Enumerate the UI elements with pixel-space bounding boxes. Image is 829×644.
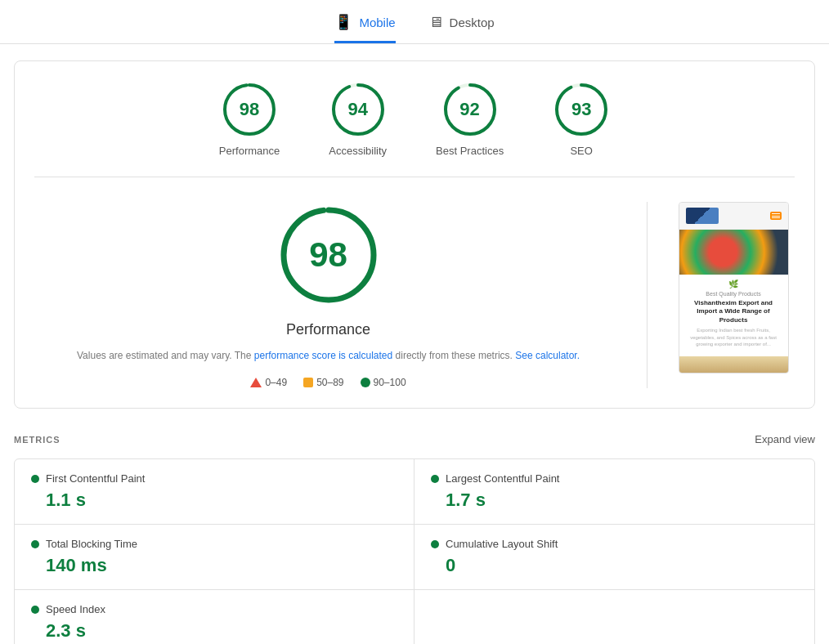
right-panel: 🌿 Best Quality Products Vishanthexim Exp… [672, 202, 795, 388]
legend-good: 90–100 [361, 377, 406, 388]
metric-lcp-name: Largest Contentful Paint [446, 472, 559, 485]
metrics-section: METRICS Expand view First Contentful Pai… [14, 433, 815, 644]
metric-fcp-name: First Contentful Paint [46, 472, 145, 485]
menu-line-3 [772, 217, 780, 218]
preview-leaf-icon: 🌿 [686, 280, 782, 288]
preview-footer [679, 356, 788, 373]
score-circle-best-practices: 92 [441, 81, 499, 138]
score-value-seo: 93 [571, 99, 591, 120]
metric-fcp-value: 1.1 s [31, 490, 397, 511]
metric-tbt: Total Blocking Time 140 ms [15, 525, 414, 590]
tab-mobile-label: Mobile [359, 16, 395, 29]
metric-lcp-value: 1.7 s [431, 490, 798, 511]
metric-si-name-row: Speed Index [31, 603, 397, 615]
perf-title: Performance [34, 321, 622, 338]
website-preview: 🌿 Best Quality Products Vishanthexim Exp… [679, 202, 789, 373]
average-icon [303, 378, 313, 387]
menu-line-1 [772, 213, 780, 214]
score-label-best-practices: Best Practices [436, 145, 504, 157]
score-label-accessibility: Accessibility [329, 145, 387, 157]
legend-average: 50–89 [303, 377, 343, 388]
score-value-performance: 98 [240, 99, 259, 120]
metric-si-name: Speed Index [46, 603, 105, 615]
preview-header [679, 203, 788, 230]
metric-cls-name: Cumulative Layout Shift [446, 538, 558, 550]
legend-average-label: 50–89 [316, 377, 343, 388]
score-accessibility: 94 Accessibility [329, 81, 387, 157]
preview-body: 🌿 Best Quality Products Vishanthexim Exp… [679, 275, 788, 356]
score-label-seo: SEO [570, 145, 592, 157]
perf-score-link[interactable]: performance score is calculated [254, 350, 392, 361]
main-card: 98 Performance 94 Accessibility [14, 60, 815, 409]
preview-logo-image [686, 208, 719, 224]
legend-row: 0–49 50–89 90–100 [34, 377, 622, 388]
metrics-header: METRICS Expand view [14, 433, 815, 445]
metrics-grid: First Contentful Paint 1.1 s Largest Con… [14, 458, 815, 644]
legend-fail-label: 0–49 [265, 377, 287, 388]
score-circle-accessibility: 94 [329, 81, 387, 138]
legend-good-label: 90–100 [374, 377, 406, 388]
metric-lcp-name-row: Largest Contentful Paint [431, 472, 798, 485]
score-circle-seo: 93 [553, 81, 610, 138]
score-value-accessibility: 94 [347, 99, 367, 120]
metric-si-value: 2.3 s [31, 620, 397, 642]
preview-title: Vishanthexim Export and Import a Wide Ra… [686, 299, 782, 324]
metric-cls-name-row: Cumulative Layout Shift [431, 538, 798, 550]
legend-fail: 0–49 [250, 377, 287, 388]
score-best-practices: 92 Best Practices [436, 81, 504, 157]
score-performance: 98 Performance [219, 81, 280, 157]
score-label-performance: Performance [219, 145, 280, 157]
calc-link[interactable]: See calculator. [515, 350, 580, 361]
left-panel: 98 Performance Values are estimated and … [34, 202, 648, 388]
metrics-label: METRICS [14, 435, 60, 445]
metric-lcp-dot [431, 475, 439, 483]
metric-tbt-name-row: Total Blocking Time [31, 538, 397, 550]
content-area: 98 Performance Values are estimated and … [34, 177, 795, 388]
metric-cls: Cumulative Layout Shift 0 [414, 525, 814, 590]
score-row: 98 Performance 94 Accessibility [34, 81, 795, 177]
big-score-circle: 98 [276, 202, 382, 308]
tab-mobile[interactable]: 📱 Mobile [334, 13, 395, 43]
metric-si: Speed Index 2.3 s [15, 590, 414, 644]
score-value-best-practices: 92 [459, 99, 479, 120]
score-circle-performance: 98 [221, 81, 278, 138]
metric-cls-value: 0 [431, 555, 798, 576]
desktop-icon: 🖥 [428, 14, 443, 31]
fail-icon [250, 378, 262, 387]
preview-logo [686, 208, 719, 224]
metric-tbt-dot [31, 540, 39, 548]
mobile-icon: 📱 [334, 13, 352, 31]
score-seo: 93 SEO [553, 81, 610, 157]
metric-fcp-dot [31, 475, 39, 483]
metric-tbt-value: 140 ms [31, 555, 397, 576]
preview-subtitle: Best Quality Products [686, 291, 782, 297]
metric-cls-dot [431, 540, 439, 548]
tab-desktop[interactable]: 🖥 Desktop [428, 14, 495, 43]
menu-line-2 [772, 216, 780, 217]
big-score-value: 98 [309, 235, 347, 275]
expand-view-button[interactable]: Expand view [755, 433, 815, 445]
preview-menu-btn [770, 212, 782, 220]
tab-bar: 📱 Mobile 🖥 Desktop [0, 0, 829, 44]
metric-empty [414, 590, 814, 644]
preview-text: Exporting Indian best fresh Fruits, vege… [686, 327, 782, 347]
perf-description: Values are estimated and may vary. The p… [34, 348, 622, 364]
metric-fcp-name-row: First Contentful Paint [31, 472, 397, 485]
preview-hero [679, 230, 788, 275]
desc-text1: Values are estimated and may vary. The [77, 350, 251, 361]
metric-lcp: Largest Contentful Paint 1.7 s [414, 459, 814, 525]
tab-desktop-label: Desktop [450, 16, 495, 29]
metric-si-dot [31, 606, 39, 614]
good-icon [361, 378, 370, 387]
metric-tbt-name: Total Blocking Time [46, 538, 137, 550]
desc-text2: directly from these metrics. [396, 350, 513, 361]
metric-fcp: First Contentful Paint 1.1 s [15, 459, 414, 525]
